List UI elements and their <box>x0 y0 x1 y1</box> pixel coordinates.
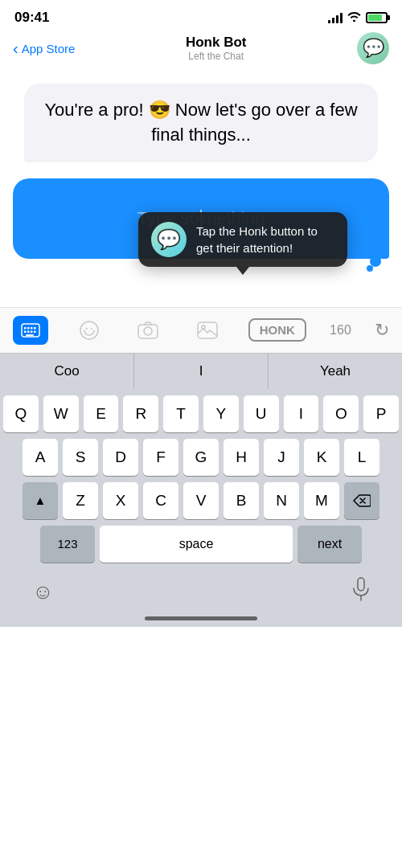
svg-point-11 <box>86 328 88 330</box>
keyboard: Q W E R T Y U I O P A S D F G H J K L ▲ … <box>0 389 402 572</box>
bottom-icons: ☺ <box>0 572 402 613</box>
key-w[interactable]: W <box>43 395 79 432</box>
sent-bubble-wrapper: Type something 💬 Tap the Honk button to … <box>13 178 389 259</box>
key-u[interactable]: U <box>244 395 279 432</box>
key-h[interactable]: H <box>224 439 259 476</box>
refresh-button[interactable]: ↻ <box>375 320 389 341</box>
received-message: You're a pro! 😎 Now let's go over a few … <box>42 98 360 148</box>
battery-icon <box>366 12 388 23</box>
nav-title: Honk Bot <box>186 35 247 51</box>
suggestion-2[interactable]: I <box>134 354 269 389</box>
keyboard-suggestions: Coo I Yeah <box>0 353 402 389</box>
keyboard-toggle-button[interactable] <box>13 316 48 345</box>
tooltip: 💬 Tap the Honk button to get their atten… <box>138 212 347 267</box>
svg-rect-3 <box>31 327 33 330</box>
avatar[interactable]: 💬 <box>357 32 389 64</box>
back-button[interactable]: ‹ App Store <box>13 40 75 56</box>
svg-rect-7 <box>31 330 33 333</box>
home-bar <box>145 616 257 620</box>
tooltip-icon: 💬 <box>151 222 187 257</box>
key-v[interactable]: V <box>183 482 219 519</box>
wifi-icon <box>347 11 361 24</box>
key-g[interactable]: G <box>183 439 219 476</box>
nav-center: Honk Bot Left the Chat <box>186 35 247 62</box>
emoji-icon[interactable]: ☺ <box>32 579 54 604</box>
key-row-1: Q W E R T Y U I O P <box>3 395 399 432</box>
status-icons <box>328 11 388 24</box>
key-row-2: A S D F G H J K L <box>3 439 399 476</box>
tooltip-text: Tap the Honk button to get their attenti… <box>196 223 334 256</box>
char-count: 160 <box>330 323 351 338</box>
avatar-emoji: 💬 <box>363 38 384 59</box>
key-s[interactable]: S <box>63 439 98 476</box>
back-label: App Store <box>22 42 76 55</box>
shift-key[interactable]: ▲ <box>23 482 58 519</box>
camera-button[interactable] <box>130 316 166 345</box>
bubble-tail <box>365 256 381 272</box>
key-d[interactable]: D <box>103 439 138 476</box>
gallery-button[interactable] <box>190 316 225 345</box>
svg-rect-5 <box>24 330 27 333</box>
svg-rect-6 <box>27 330 30 333</box>
key-y[interactable]: Y <box>203 395 239 432</box>
svg-rect-17 <box>358 578 364 591</box>
suggestion-1[interactable]: Coo <box>0 354 134 389</box>
signal-icon <box>328 12 343 23</box>
nav-bar: ‹ App Store Honk Bot Left the Chat 💬 <box>0 29 402 71</box>
key-a[interactable]: A <box>23 439 58 476</box>
received-bubble: You're a pro! 😎 Now let's go over a few … <box>24 84 378 162</box>
svg-point-10 <box>80 321 98 339</box>
mic-icon[interactable] <box>352 577 370 607</box>
key-e[interactable]: E <box>84 395 119 432</box>
key-i[interactable]: I <box>284 395 319 432</box>
svg-rect-4 <box>34 327 36 330</box>
home-indicator <box>0 613 402 627</box>
svg-point-12 <box>91 328 92 330</box>
next-key[interactable]: next <box>297 526 362 563</box>
nav-subtitle: Left the Chat <box>188 51 244 62</box>
key-r[interactable]: R <box>123 395 158 432</box>
key-o[interactable]: O <box>323 395 359 432</box>
status-bar: 09:41 <box>0 0 402 29</box>
key-q[interactable]: Q <box>3 395 39 432</box>
back-arrow-icon: ‹ <box>13 40 18 56</box>
svg-rect-9 <box>26 334 34 336</box>
svg-point-14 <box>144 327 152 335</box>
honk-button[interactable]: HONK <box>248 318 306 342</box>
key-m[interactable]: M <box>304 482 339 519</box>
key-t[interactable]: T <box>163 395 199 432</box>
key-n[interactable]: N <box>264 482 299 519</box>
key-b[interactable]: B <box>224 482 259 519</box>
key-j[interactable]: J <box>264 439 299 476</box>
nums-key[interactable]: 123 <box>40 526 95 563</box>
key-c[interactable]: C <box>143 482 178 519</box>
status-time: 09:41 <box>14 10 49 26</box>
key-l[interactable]: L <box>344 439 379 476</box>
key-k[interactable]: K <box>304 439 339 476</box>
space-key[interactable]: space <box>100 526 293 563</box>
sticker-button[interactable] <box>72 316 107 345</box>
svg-rect-8 <box>34 330 36 333</box>
svg-rect-2 <box>27 327 30 330</box>
toolbar: HONK 160 ↻ <box>0 307 402 353</box>
key-x[interactable]: X <box>103 482 138 519</box>
key-row-3: ▲ Z X C V B N M <box>3 482 399 519</box>
delete-key[interactable] <box>344 482 379 519</box>
key-f[interactable]: F <box>143 439 178 476</box>
key-z[interactable]: Z <box>63 482 98 519</box>
svg-rect-1 <box>24 327 27 330</box>
key-row-4: 123 space next <box>3 526 399 563</box>
key-p[interactable]: P <box>363 395 399 432</box>
chat-area: You're a pro! 😎 Now let's go over a few … <box>0 71 402 259</box>
suggestion-3[interactable]: Yeah <box>269 354 402 389</box>
